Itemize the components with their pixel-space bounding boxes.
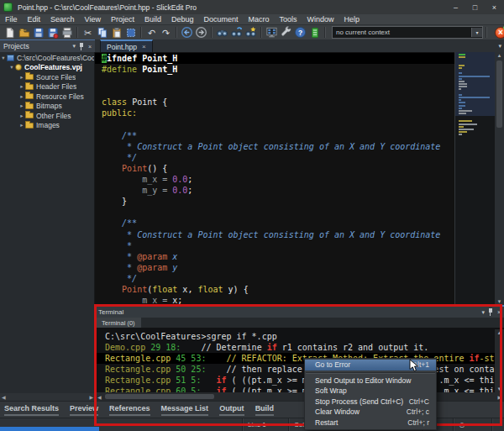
connect-remote-button[interactable] [265,26,279,39]
menu-debug[interactable]: Debug [166,15,199,24]
save-button[interactable] [31,26,45,39]
menu-item-soft-wrap[interactable]: Soft Wrap [305,386,436,397]
options-button[interactable] [279,26,293,39]
scroll-up-icon[interactable]: ▲ [495,53,504,58]
chevron-down-icon[interactable]: ▾ [72,43,76,50]
open-button[interactable] [17,26,31,39]
projects-panel-header[interactable]: Projects ▾ × [0,39,95,52]
find-button[interactable] [215,26,229,39]
chevron-down-icon[interactable]: ▾ [471,28,482,37]
new-file-button[interactable] [3,26,17,39]
bottom-tab-references[interactable]: References [109,404,150,416]
chevron-right-icon[interactable]: ▸ [18,122,25,129]
projects-tree[interactable]: ▾ C:\src\CoolFeatures\CoolFeatu ▾ CoolFe… [0,52,95,393]
scroll-left-icon[interactable]: ◀ [95,394,104,400]
bottom-tab-search-results[interactable]: Search Results [4,404,59,416]
menu-view[interactable]: View [80,15,106,24]
chevron-right-icon[interactable]: ▸ [18,83,25,90]
tree-item-workspace[interactable]: ▾ C:\src\CoolFeatures\CoolFeatu [0,53,94,63]
workspace-icon [7,55,14,61]
tab-point-hpp[interactable]: Point.hpp × [100,39,153,52]
scroll-left-icon[interactable]: ◀ [0,394,8,400]
maximize-button[interactable]: □ [465,0,485,14]
menu-item-stop-process-send-ctrl-c[interactable]: Stop Process (Send Ctrl+C)Ctrl+C [305,397,436,407]
bottom-tab-output[interactable]: Output [219,404,244,416]
menu-build[interactable]: Build [139,15,166,24]
tree-item-source-files[interactable]: ▸Source Files [18,72,94,82]
editor-vscrollbar[interactable]: ▲ ▼ [495,52,504,305]
bottom-tab-build[interactable]: Build [255,404,275,416]
pin-icon[interactable] [79,43,85,50]
tree-item-label: Header Files [36,82,76,91]
defs-list-button[interactable] [307,26,322,39]
menu-edit[interactable]: Edit [23,15,46,24]
scroll-right-icon[interactable]: ▶ [495,394,504,400]
chevron-open-icon[interactable]: ▾ [0,55,7,61]
minimap[interactable] [454,52,495,305]
scroll-down-icon[interactable]: ▼ [495,299,504,304]
menu-item-clear-window[interactable]: Clear WindowCtrl+; c [305,407,436,418]
menu-item-send-output-to-editor-window[interactable]: Send Output to Editor Window [305,376,436,386]
projects-hscrollbar[interactable]: ◀ ▶ [0,393,95,401]
forward-button[interactable] [194,26,208,39]
menu-item-restart[interactable]: RestartCtrl+; r [305,418,436,428]
menu-window[interactable]: Window [302,15,339,24]
tree-item-bitmaps[interactable]: ▸Bitmaps [18,102,94,112]
undo-button[interactable]: ↶ [144,26,159,39]
bottom-tab-message-list[interactable]: Message List [161,404,209,416]
chevron-right-icon[interactable]: ▸ [18,93,25,100]
projects-panel-title: Projects [0,42,72,50]
tree-item-resource-files[interactable]: ▸Resource Files [18,92,94,102]
print-icon [61,27,73,39]
stop-icon[interactable] [495,27,504,39]
chevron-open-icon[interactable]: ▾ [8,64,15,71]
chevron-right-icon[interactable]: ▸ [18,102,25,109]
tree-item-header-files[interactable]: ▸Header Files [18,82,94,92]
chevron-right-icon[interactable]: ▸ [18,113,25,119]
terminal-vscrollbar[interactable]: ▲ ▼ [495,329,504,392]
code-editor[interactable]: #ifndef Point_H#define Point_H class Poi… [95,52,504,305]
pin-icon[interactable] [488,308,494,316]
scroll-up-icon[interactable]: ▲ [495,330,504,335]
cut-button[interactable]: ✂ [81,26,95,39]
menu-search[interactable]: Search [45,15,80,24]
terminal-header[interactable]: Terminal ▾ × [95,305,504,318]
terminal-hscrollbar[interactable]: ◀ ▶ [95,392,504,401]
paste-button[interactable] [109,26,123,39]
scrollbar-thumb[interactable] [105,394,214,399]
find-in-files-button[interactable] [244,26,258,39]
close-icon[interactable]: × [88,44,92,50]
find-next-button[interactable] [229,26,244,39]
menu-tools[interactable]: Tools [275,15,302,24]
menu-document[interactable]: Document [198,15,243,24]
tree-item-project[interactable]: ▾ CoolFeatures.vpj [8,63,94,73]
bottom-tab-preview[interactable]: Preview [70,404,98,416]
menu-file[interactable]: File [0,15,23,24]
select-code-block-button[interactable] [123,26,138,39]
tree-item-other-files[interactable]: ▸Other Files [18,111,94,121]
back-button[interactable] [180,26,194,39]
help-button[interactable]: ? [293,26,307,39]
redo-button[interactable]: ↷ [159,26,173,39]
scrollbar-thumb[interactable] [496,60,502,128]
tree-item-images[interactable]: ▸Images [18,121,94,131]
context-combo[interactable]: no current context ▾ [332,26,483,39]
print-button[interactable] [60,26,74,39]
menu-help[interactable]: Help [339,15,365,24]
menu-macro[interactable]: Macro [244,15,275,24]
scroll-down-icon[interactable]: ▼ [495,386,504,392]
minimize-button[interactable]: – [446,0,465,14]
menu-item-go-to-error[interactable]: Go to ErrorAlt+1 [305,360,436,371]
scroll-right-icon[interactable]: ▶ [87,394,95,400]
close-icon[interactable]: × [497,309,501,315]
chevron-right-icon[interactable]: ▸ [18,74,25,81]
save-all-button[interactable] [45,26,60,39]
close-button[interactable]: × [485,0,504,14]
tab-terminal-0[interactable]: Terminal (0) [96,318,141,328]
wrench-icon [280,26,292,39]
chevron-down-icon[interactable]: ▾ [481,309,485,316]
menu-project[interactable]: Project [106,15,139,24]
copy-button[interactable] [95,26,109,39]
tab-list-chevron-icon[interactable]: ▾ [498,43,501,50]
close-icon[interactable]: × [142,43,146,50]
